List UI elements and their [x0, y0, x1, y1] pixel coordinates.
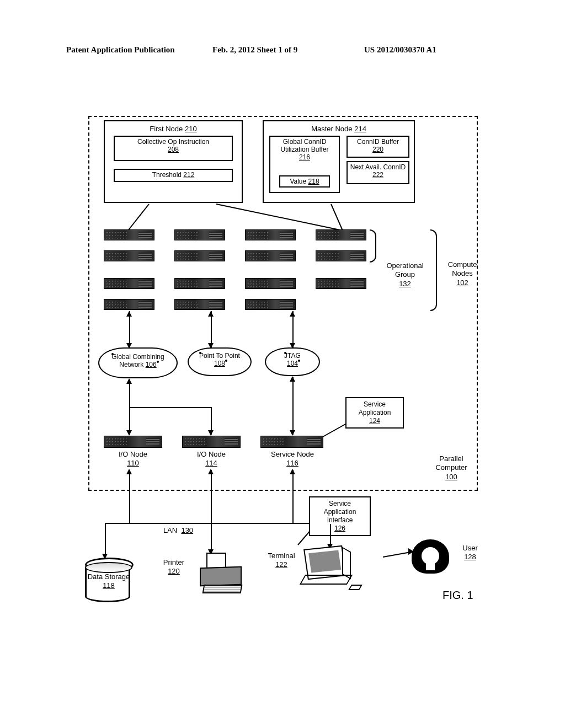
compute-nodes-label: Compute Nodes 102 — [441, 260, 483, 287]
threshold-label: Threshold — [152, 171, 182, 179]
master-node-title: Master Node — [311, 125, 352, 133]
io-node-2-label: I/O Node 114 — [189, 450, 234, 468]
collective-op-box: Collective Op Instruction 208 — [114, 136, 233, 161]
sai-ref: 126 — [334, 524, 345, 532]
global-connid-buf-ref: 216 — [299, 153, 310, 161]
arrowhead-icon — [208, 469, 214, 474]
connector — [105, 523, 106, 556]
global-connid-buf-box: Global ConnID Utilization Buffer 216 Val… — [269, 136, 340, 193]
printer-ref: 120 — [168, 567, 180, 575]
header-left: Patent Application Publication — [66, 45, 175, 55]
value-box: Value 218 — [279, 175, 330, 188]
io-node-2 — [182, 436, 241, 448]
terminal-icon — [302, 547, 358, 591]
service-application-interface-box: Service Application Interface 126 — [309, 496, 371, 536]
service-node — [260, 436, 323, 448]
next-avail-ref: 222 — [372, 171, 383, 179]
connector — [130, 407, 212, 408]
lan-label: LAN 130 — [153, 526, 203, 535]
connector — [211, 524, 212, 552]
figure-area: First Node 210 Collective Op Instruction… — [88, 116, 486, 612]
rack-unit — [316, 229, 366, 240]
figure-number: FIG. 1 — [443, 589, 473, 602]
rack-unit — [104, 250, 154, 261]
next-avail-box: Next Avail. ConnID 222 — [347, 161, 409, 184]
user-icon — [406, 539, 454, 579]
rack-unit — [104, 229, 154, 240]
jtag-ref: 104 — [287, 360, 298, 367]
io-node-1 — [104, 436, 162, 448]
operational-group-ref: 132 — [399, 280, 411, 288]
user-text: User — [462, 544, 477, 552]
rack-unit — [104, 299, 154, 310]
arrowhead-icon — [126, 430, 132, 436]
service-text: Service Node — [271, 450, 314, 458]
io-node-1-label: I/O Node 110 — [110, 450, 156, 468]
arrowhead-icon — [290, 376, 295, 382]
io1-ref: 110 — [127, 459, 139, 467]
header-right: US 2012/0030370 A1 — [364, 45, 436, 55]
arrowhead-icon — [290, 469, 295, 474]
arrowhead-icon — [290, 311, 295, 317]
compute-nodes-ref: 102 — [456, 279, 468, 287]
terminal-text: Terminal — [268, 552, 295, 560]
printer-label: Printer 120 — [154, 558, 193, 576]
printer-icon — [190, 557, 242, 590]
service-app-label: Service Application — [359, 400, 391, 416]
rack-unit — [316, 250, 366, 261]
printer-text: Printer — [163, 558, 184, 566]
collective-op-label: Collective Op Instruction — [137, 138, 209, 146]
arrowhead-icon — [126, 311, 132, 317]
arrowhead-icon — [126, 378, 132, 384]
collective-op-ref: 208 — [168, 146, 179, 153]
jtag-label: JTAG — [284, 352, 301, 360]
parallel-computer-ref: 100 — [445, 473, 457, 481]
lan-line — [105, 523, 331, 524]
storage-ref: 118 — [103, 581, 115, 590]
io1-text: I/O Node — [119, 450, 147, 458]
rack-unit — [174, 299, 225, 310]
connid-buffer-box: ConnID Buffer 220 — [347, 136, 409, 158]
first-node-title: First Node — [150, 125, 183, 133]
lan-text: LAN — [163, 526, 177, 534]
operational-group-label: Operational Group 132 — [380, 261, 430, 288]
service-node-label: Service Node 116 — [265, 450, 320, 468]
arrowhead-icon — [126, 469, 132, 474]
compute-nodes-text: Compute Nodes — [448, 260, 477, 277]
next-avail-label: Next Avail. ConnID — [350, 163, 406, 171]
rack-unit — [174, 278, 225, 289]
compute-nodes-brace — [430, 229, 437, 311]
rack-unit — [245, 229, 296, 240]
global-connid-buf-label: Global ConnID Utilization Buffer — [280, 138, 328, 153]
user-label: User 128 — [455, 544, 486, 562]
ptp-label: Point To Point — [199, 352, 240, 360]
arrowhead-icon — [208, 311, 214, 317]
global-combining-network-cloud: Global Combining Network 106 — [98, 347, 178, 378]
first-node-box: First Node 210 Collective Op Instruction… — [104, 120, 243, 203]
parallel-computer-text: Parallel Computer — [435, 454, 467, 472]
parallel-computer-label: Parallel Computer 100 — [424, 454, 479, 481]
master-node-ref: 214 — [354, 125, 366, 133]
user-ref: 128 — [464, 553, 476, 561]
connector — [211, 470, 212, 523]
ptp-ref: 108 — [214, 360, 225, 367]
connector — [292, 470, 294, 523]
arrowhead-icon — [208, 430, 214, 436]
io2-text: I/O Node — [197, 450, 226, 458]
rack-unit — [316, 278, 366, 289]
terminal-ref: 122 — [275, 560, 287, 569]
point-to-point-cloud: Point To Point 108 — [188, 347, 252, 376]
io2-ref: 114 — [205, 459, 217, 467]
data-storage-label: Data Storage 118 — [84, 572, 134, 591]
connid-buffer-label: ConnID Buffer — [357, 138, 399, 146]
rack-unit — [104, 278, 154, 289]
operational-group-text: Operational Group — [386, 261, 423, 279]
terminal-label: Terminal 122 — [259, 552, 303, 570]
threshold-ref: 212 — [183, 171, 194, 179]
sai-label: Service Application Interface — [324, 500, 356, 524]
storage-text: Data Storage — [88, 572, 130, 581]
service-app-ref: 124 — [369, 417, 380, 425]
connector — [330, 524, 331, 546]
gcn-ref: 106 — [146, 361, 157, 368]
arrowhead-icon — [290, 430, 295, 436]
